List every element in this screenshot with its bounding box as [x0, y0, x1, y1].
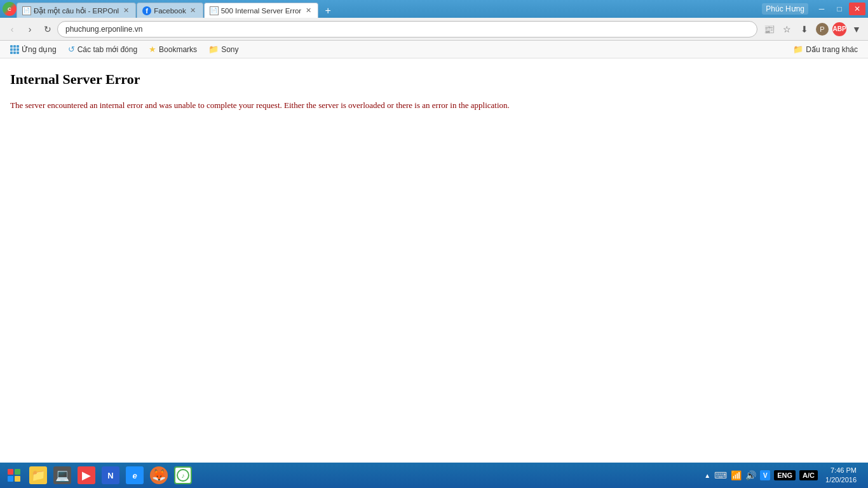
clock-date: 1/20/2016 — [825, 475, 857, 485]
back-button[interactable]: ‹ — [4, 21, 20, 37]
media-taskbar-icon: ▶ — [78, 466, 95, 484]
titlebar: C 📄 Đặt một câu hỏi - ERPOnl ✕ f Faceboo… — [0, 0, 868, 18]
taskbar-green-app[interactable]: ♪ — [172, 465, 194, 485]
tray-network[interactable]: 📶 — [731, 470, 742, 480]
tab-favicon-erponline: 📄 — [22, 6, 31, 15]
tab-close-facebook[interactable]: ✕ — [189, 6, 198, 15]
apps-icon — [10, 45, 19, 54]
page-content: Internal Server Error The server encount… — [0, 58, 868, 463]
adblock-icon[interactable]: ABP — [832, 22, 846, 36]
error-title: Internal Server Error — [10, 71, 858, 88]
download-icon[interactable]: ⬇ — [797, 22, 812, 37]
bookmark-newtabs-label: Các tab mới đóng — [78, 45, 137, 54]
start-button[interactable] — [3, 465, 25, 485]
bookmarks-other-area: 📁 Dấu trang khác — [788, 43, 863, 57]
tray-expand-icon[interactable]: ▲ — [704, 472, 710, 479]
taskbar-ie[interactable]: e — [123, 465, 146, 485]
taskbar-media[interactable]: ▶ — [75, 465, 98, 485]
bookmark-other-label: Dấu trang khác — [806, 45, 858, 54]
error-message: The server encountered an internal error… — [10, 99, 858, 112]
taskbar: 📁 💻 ▶ N e 🦊 ♪ ▲ ⌨ 📶 🔊 V — [0, 463, 868, 488]
bookmark-new-tabs[interactable]: ↺ Các tab mới đóng — [63, 43, 142, 57]
tray-viet-input[interactable]: V — [760, 470, 770, 480]
maximize-button[interactable]: □ — [831, 3, 848, 15]
bookmark-other[interactable]: 📁 Dấu trang khác — [788, 43, 863, 57]
star-icon: ★ — [149, 44, 156, 54]
windows-icon — [5, 466, 23, 484]
user-label: Phúc Hưng — [762, 3, 808, 15]
ac-box[interactable]: A/C — [799, 470, 818, 480]
tab-erponline[interactable]: 📄 Đặt một câu hỏi - ERPOnl ✕ — [17, 3, 136, 18]
bookmark-star-icon[interactable]: ☆ — [779, 22, 794, 37]
refresh-icon: ↺ — [68, 44, 75, 54]
tab-favicon-facebook: f — [142, 6, 151, 15]
clock-time: 7:46 PM — [825, 466, 857, 475]
keyboard-icon: ⌨ — [714, 470, 727, 480]
new-tab-button[interactable]: + — [320, 4, 336, 18]
svg-text:♪: ♪ — [182, 472, 185, 479]
toolbar-icons: 📰 ☆ ⬇ P ABP ▼ — [761, 22, 864, 37]
taskbar-folder[interactable]: 📁 — [27, 465, 50, 485]
navbar: ‹ › ↻ 📰 ☆ ⬇ P ABP ▼ — [0, 18, 868, 41]
tab-close-erponline[interactable]: ✕ — [121, 6, 130, 15]
forward-button[interactable]: › — [22, 21, 38, 37]
tab-title-facebook: Facebook — [154, 7, 186, 15]
tab-title-erponline: Đặt một câu hỏi - ERPOnl — [34, 6, 119, 15]
bookmark-apps[interactable]: Ứng dụng — [5, 43, 62, 57]
bookmark-bookmarks[interactable]: ★ Bookmarks — [144, 43, 202, 57]
reader-icon[interactable]: 📰 — [761, 22, 776, 37]
refresh-button[interactable]: ↻ — [39, 21, 56, 37]
taskbar-firefox[interactable]: 🦊 — [147, 465, 170, 485]
clock-display: 7:46 PM 1/20/2016 — [822, 466, 860, 485]
tray-keyboard[interactable]: ⌨ — [714, 470, 727, 480]
tab-favicon-500: 📄 — [210, 6, 219, 15]
taskbar-word[interactable]: N — [99, 465, 122, 485]
bookmark-folder-icon: 📁 — [793, 44, 803, 54]
minimize-button[interactable]: ─ — [813, 3, 830, 15]
ie-taskbar-icon: e — [126, 466, 144, 484]
laptop-taskbar-icon: 💻 — [53, 466, 71, 484]
browser-logo: C — [3, 2, 17, 16]
system-tray: ▲ ⌨ 📶 🔊 V ENG A/C 7:46 PM 1/20/2016 — [704, 463, 865, 488]
bookmark-apps-label: Ứng dụng — [22, 45, 57, 54]
tab-title-500: 500 Internal Server Error — [221, 7, 302, 15]
volume-icon: 🔊 — [745, 470, 756, 480]
tabs-area: 📄 Đặt một câu hỏi - ERPOnl ✕ f Facebook … — [17, 0, 762, 18]
bookmark-sony-label: Sony — [221, 45, 238, 54]
tab-facebook[interactable]: f Facebook ✕ — [137, 3, 203, 18]
firefox-taskbar-icon: 🦊 — [150, 466, 168, 484]
settings-icon[interactable]: ▼ — [849, 22, 864, 37]
folder-icon: 📁 — [208, 44, 219, 54]
language-box[interactable]: ENG — [774, 470, 796, 480]
address-bar[interactable] — [57, 21, 757, 37]
profile-icon[interactable]: P — [815, 22, 830, 37]
viet-input-icon: V — [760, 470, 770, 480]
word-taskbar-icon: N — [102, 466, 119, 484]
titlebar-controls: Phúc Hưng ─ □ ✕ — [762, 0, 865, 18]
bookmarks-bar: Ứng dụng ↺ Các tab mới đóng ★ Bookmarks … — [0, 41, 868, 58]
taskbar-laptop[interactable]: 💻 — [51, 465, 74, 485]
tray-volume[interactable]: 🔊 — [745, 470, 756, 480]
network-icon: 📶 — [731, 470, 742, 480]
bookmark-sony[interactable]: 📁 Sony — [203, 43, 243, 57]
close-button[interactable]: ✕ — [849, 3, 865, 15]
bookmark-bookmarks-label: Bookmarks — [159, 45, 197, 54]
tab-500-error[interactable]: 📄 500 Internal Server Error ✕ — [204, 3, 319, 18]
folder-taskbar-icon: 📁 — [29, 466, 47, 484]
green-app-taskbar-icon: ♪ — [174, 466, 192, 484]
tab-close-500[interactable]: ✕ — [304, 6, 313, 15]
